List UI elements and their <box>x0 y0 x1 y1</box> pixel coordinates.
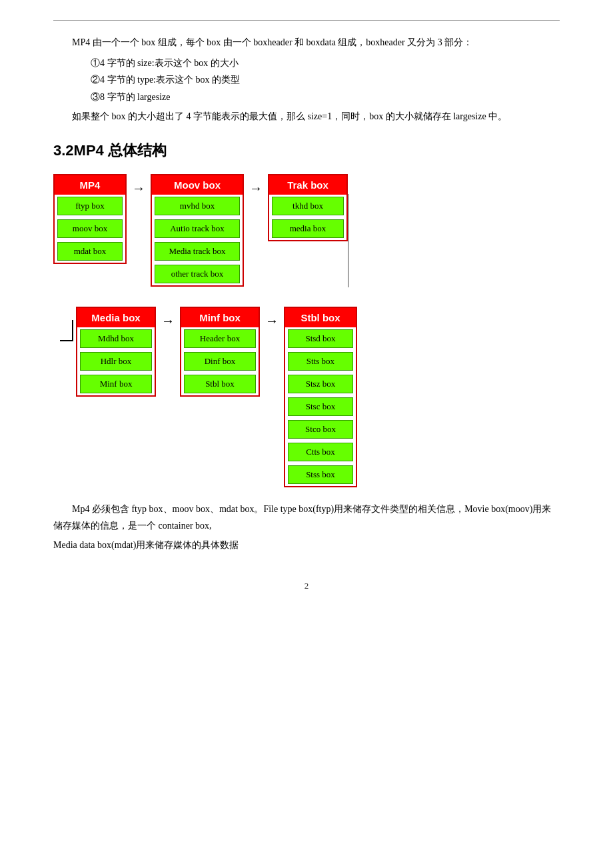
page-number: 2 <box>53 581 560 591</box>
trak-item-tkhd: tkhd box <box>272 197 344 215</box>
arrow-mp4-moov: → <box>127 181 151 196</box>
media-item-minf: Minf box <box>80 375 152 393</box>
mp4-header: MP4 <box>55 175 125 195</box>
stbl-item-stsc: Stsc box <box>288 397 353 416</box>
stbl-item-stss: Stss box <box>288 465 353 484</box>
stbl-item-ctts: Ctts box <box>288 443 353 461</box>
stbl-item-stco: Stco box <box>288 420 353 439</box>
minf-item-dinf: Dinf box <box>184 352 256 371</box>
mp4-item-ftyp: ftyp box <box>57 197 123 215</box>
trak-box-group: Trak box tkhd box media box <box>268 174 348 241</box>
stbl-item-stsd: Stsd box <box>288 329 353 348</box>
stbl-box-group: Stbl box Stsd box Stts box Stsz box Stsc… <box>284 307 357 487</box>
intro-list-item-1: ①4 字节的 size:表示这个 box 的大小 <box>91 55 560 71</box>
stbl-item-stts: Stts box <box>288 352 353 371</box>
moov-item-autio: Autio track box <box>155 219 240 238</box>
minf-item-header: Header box <box>184 329 256 348</box>
intro-list-item-2: ②4 字节的 type:表示这个 box 的类型 <box>91 71 560 88</box>
moov-item-other: other track box <box>155 265 240 283</box>
minf-item-stbl: Stbl box <box>184 375 256 393</box>
bottom-para2: Media data box(mdat)用来储存媒体的具体数据 <box>53 537 560 553</box>
intro-list: ①4 字节的 size:表示这个 box 的大小 ②4 字节的 type:表示这… <box>53 55 560 105</box>
media-box-group: Media box Mdhd box Hdlr box Minf box <box>76 307 156 397</box>
bottom-text: Mp4 必须包含 ftyp box、moov box、mdat box。File… <box>53 501 560 554</box>
arrow-media-minf: → <box>156 313 180 329</box>
media-item-mdhd: Mdhd box <box>80 329 152 348</box>
minf-box-group: Minf box Header box Dinf box Stbl box <box>180 307 260 397</box>
bottom-para1: Mp4 必须包含 ftyp box、moov box、mdat box。File… <box>53 501 560 534</box>
mp4-box-group: MP4 ftyp box moov box mdat box <box>53 174 127 264</box>
arrow-moov-trak: → <box>244 181 268 196</box>
moov-item-media-track: Media track box <box>155 242 240 261</box>
media-header: Media box <box>77 308 155 327</box>
mp4-item-moov: moov box <box>57 219 123 238</box>
intro-line1: MP4 由一个一个 box 组成，每个 box 由一个 boxheader 和 … <box>53 34 560 51</box>
intro-list-item-3: ③8 字节的 largesize <box>91 89 560 105</box>
media-item-hdlr: Hdlr box <box>80 352 152 371</box>
trak-header: Trak box <box>269 175 346 195</box>
section-title: 3.2MP4 总体结构 <box>53 141 560 161</box>
minf-header: Minf box <box>181 308 259 327</box>
mp4-item-mdat: mdat box <box>57 242 123 261</box>
diagram: MP4 ftyp box moov box mdat box → Moov bo… <box>53 174 560 487</box>
page: MP4 由一个一个 box 组成，每个 box 由一个 boxheader 和 … <box>0 0 613 868</box>
intro-note: 如果整个 box 的大小超出了 4 字节能表示的最大值，那么 size=1，同时… <box>53 108 560 125</box>
moov-header: Moov box <box>152 175 243 195</box>
top-divider <box>53 20 560 21</box>
arrow-minf-stbl: → <box>260 313 284 329</box>
stbl-item-stsz: Stsz box <box>288 375 353 393</box>
moov-item-mvhd: mvhd box <box>155 197 240 215</box>
moov-box-group: Moov box mvhd box Autio track box Media … <box>151 174 244 287</box>
trak-to-media-connector <box>348 194 388 314</box>
stbl-header: Stbl box <box>285 308 356 327</box>
trak-item-media: media box <box>272 219 344 238</box>
